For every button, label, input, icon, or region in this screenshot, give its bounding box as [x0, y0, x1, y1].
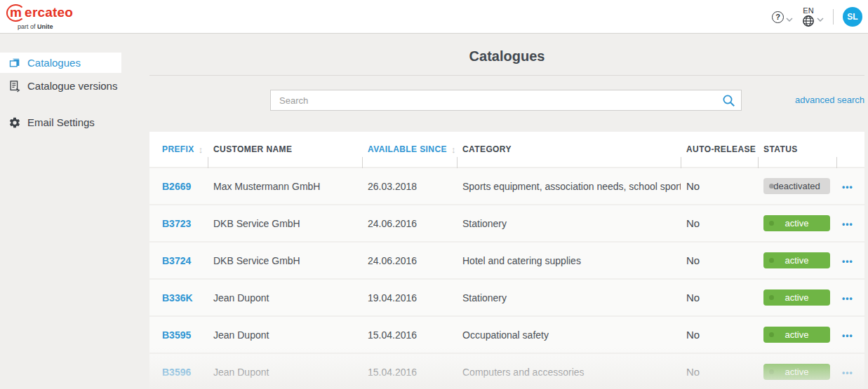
status-badge: active	[763, 289, 830, 306]
status-dot-icon	[769, 369, 774, 374]
more-options-button[interactable]: •••	[842, 294, 853, 303]
table-row: B2669Max Mustermann GmbH26.03.2018Sports…	[149, 168, 864, 204]
gear-icon	[8, 116, 21, 129]
language-menu[interactable]: EN	[802, 6, 824, 27]
search-input[interactable]	[271, 90, 741, 110]
more-options-button[interactable]: •••	[842, 257, 853, 266]
status-cell: active	[758, 289, 836, 306]
sidebar-item-catalogues[interactable]: Catalogues	[0, 53, 121, 73]
status-label: active	[785, 329, 809, 340]
chevron-down-icon	[786, 18, 793, 22]
column-header-status: STATUS	[758, 132, 836, 167]
status-dot-icon	[769, 332, 774, 337]
column-label: CUSTOMER NAME	[213, 144, 292, 154]
table-row: B3596Jean Dupont15.04.2016Computers and …	[149, 354, 864, 389]
prefix-cell: B2669	[149, 181, 208, 192]
column-header-prefix[interactable]: PREFIX↕	[149, 132, 208, 167]
status-cell: active	[758, 252, 836, 268]
catalogues-table: PREFIX↕CUSTOMER NAMEAVAILABLE SINCE↕CATE…	[149, 132, 864, 389]
available-since-cell: 24.06.2016	[362, 255, 457, 266]
table-row: B336KJean Dupont19.04.2016StationeryNoac…	[149, 280, 864, 315]
search-box	[270, 90, 742, 111]
sort-icon: ↕	[199, 144, 203, 155]
more-options-button[interactable]: •••	[842, 368, 853, 378]
sidebar: Catalogues Catalogue versions Email Sett…	[0, 34, 149, 389]
status-label: active	[785, 367, 809, 377]
main-content: Catalogues advanced search PREFIX↕CUSTOM…	[149, 34, 864, 389]
table-header-row: PREFIX↕CUSTOMER NAMEAVAILABLE SINCE↕CATE…	[149, 132, 864, 167]
status-badge: active	[763, 364, 830, 380]
customer-name-cell: Jean Dupont	[208, 367, 362, 378]
auto-release-cell: No	[681, 366, 758, 378]
status-cell: deactivated	[758, 178, 836, 194]
status-label: active	[785, 255, 809, 266]
prefix-link[interactable]: B3723	[162, 218, 191, 229]
prefix-link[interactable]: B336K	[162, 292, 193, 303]
more-options-button[interactable]: •••	[842, 182, 853, 192]
prefix-cell: B3595	[149, 329, 208, 341]
column-label: STATUS	[763, 144, 798, 154]
category-cell: Occupational safety	[457, 329, 681, 341]
prefix-cell: B3596	[149, 367, 208, 378]
logo-wordmark: mercateo	[6, 4, 73, 22]
user-avatar[interactable]: SL	[843, 7, 862, 27]
status-cell: active	[758, 215, 836, 231]
customer-name-cell: Max Mustermann GmbH	[208, 181, 362, 192]
column-header-actions	[836, 132, 864, 167]
actions-cell: •••	[836, 181, 864, 192]
prefix-link[interactable]: B3724	[162, 255, 191, 266]
more-options-button[interactable]: •••	[842, 219, 853, 229]
status-badge: deactivated	[763, 178, 830, 194]
actions-cell: •••	[836, 292, 864, 303]
category-cell: Stationery	[457, 218, 681, 229]
table-row: B3595Jean Dupont15.04.2016Occupational s…	[149, 317, 864, 353]
prefix-cell: B3723	[149, 218, 208, 229]
actions-cell: •••	[836, 255, 864, 266]
help-menu[interactable]: ?	[772, 11, 793, 23]
sidebar-item-label: Email Settings	[27, 116, 95, 128]
sidebar-item-email-settings[interactable]: Email Settings	[0, 112, 121, 132]
logo-tagline: part of Unite	[18, 24, 73, 30]
status-dot-icon	[769, 221, 774, 226]
category-cell: Stationery	[457, 292, 681, 303]
topbar: mercateo part of Unite ? EN SL	[0, 0, 868, 34]
status-label: active	[785, 218, 809, 228]
auto-release-cell: No	[681, 329, 758, 341]
prefix-link[interactable]: B3595	[162, 329, 191, 341]
status-badge: active	[763, 215, 830, 231]
column-header-customer-name: CUSTOMER NAME	[208, 132, 362, 167]
status-cell: active	[758, 327, 836, 343]
category-cell: Computers and accessories	[457, 367, 681, 378]
prefix-link[interactable]: B3596	[162, 367, 191, 378]
column-header-available-since[interactable]: AVAILABLE SINCE↕	[362, 132, 457, 167]
actions-cell: •••	[836, 218, 864, 229]
language-code: EN	[803, 6, 813, 15]
versions-icon	[8, 80, 21, 93]
column-label: PREFIX	[162, 144, 194, 154]
catalogues-icon	[8, 57, 21, 69]
auto-release-cell: No	[681, 180, 758, 192]
customer-name-cell: DKB Service GmbH	[208, 255, 362, 266]
more-options-button[interactable]: •••	[842, 331, 853, 341]
prefix-cell: B3724	[149, 255, 208, 266]
customer-name-cell: DKB Service GmbH	[208, 218, 362, 229]
column-label: AVAILABLE SINCE	[368, 144, 447, 154]
status-badge: active	[763, 327, 830, 343]
sort-icon: ↕	[451, 144, 456, 155]
sidebar-item-label: Catalogue versions	[27, 80, 117, 92]
sidebar-item-catalogue-versions[interactable]: Catalogue versions	[0, 76, 121, 96]
actions-cell: •••	[836, 329, 864, 341]
available-since-cell: 26.03.2018	[362, 181, 457, 192]
table-row: B3724DKB Service GmbH24.06.2016Hotel and…	[149, 243, 864, 278]
available-since-cell: 15.04.2016	[362, 367, 457, 378]
available-since-cell: 15.04.2016	[362, 329, 457, 341]
available-since-cell: 19.04.2016	[362, 292, 457, 303]
auto-release-cell: No	[681, 254, 758, 266]
column-label: CATEGORY	[462, 144, 512, 154]
advanced-search-link[interactable]: advanced search	[795, 95, 864, 105]
prefix-link[interactable]: B2669	[162, 181, 191, 192]
search-button[interactable]	[722, 94, 736, 108]
actions-cell: •••	[836, 367, 864, 378]
mercateo-logo[interactable]: mercateo part of Unite	[6, 4, 73, 30]
status-badge: active	[763, 252, 830, 268]
